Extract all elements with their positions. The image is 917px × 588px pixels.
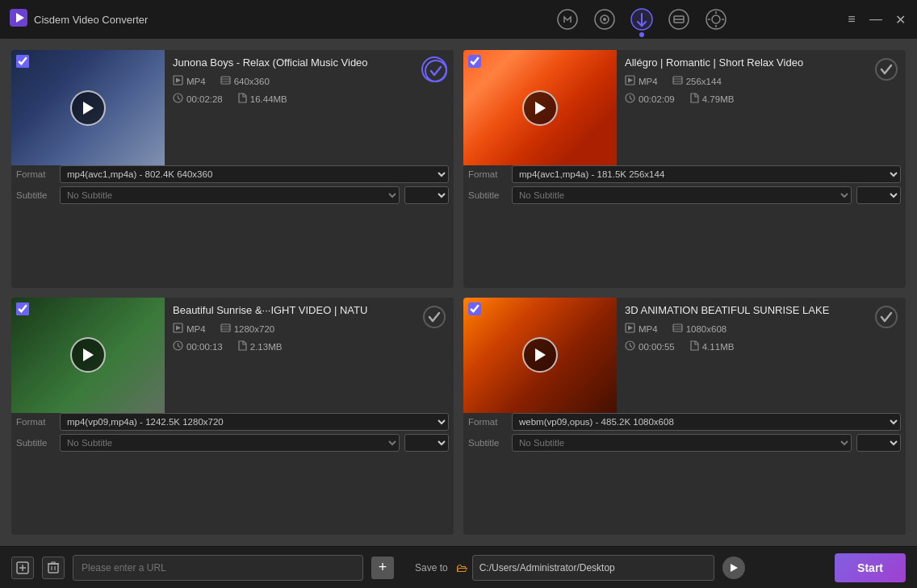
card-meta-v2: MP4 256x144	[625, 75, 898, 88]
format-label-v4: Format	[468, 417, 507, 427]
nav-compress-icon[interactable]	[666, 6, 692, 32]
svg-rect-50	[673, 324, 682, 332]
url-add-button[interactable]: +	[371, 557, 394, 579]
bottombar: + Save to 🗁 Start	[0, 546, 917, 588]
subtitle-lang-select-v1[interactable]	[404, 186, 449, 204]
video-checkbox-v1[interactable]	[16, 55, 29, 68]
save-path-input[interactable]	[472, 555, 714, 581]
video-checkbox-v3[interactable]	[16, 302, 29, 315]
format-type-v4: MP4	[625, 323, 658, 336]
card-meta2-v4: 00:00:55 4.11MB	[625, 340, 898, 353]
card-meta-v1: MP4 640x360	[173, 75, 446, 88]
card-meta-v4: MP4 1080x608	[625, 323, 898, 336]
format-label-v1: Format	[16, 169, 55, 179]
video-title-v4: 3D ANIMATION BEATIFUL SUNRISE LAKE	[625, 304, 859, 316]
svg-point-26	[425, 60, 446, 81]
start-button[interactable]: Start	[835, 553, 906, 582]
open-folder-button[interactable]	[722, 557, 745, 579]
video-type-icon-v2	[625, 75, 635, 88]
nav-download-icon[interactable]	[629, 6, 655, 32]
done-check-v2[interactable]	[873, 56, 899, 82]
subtitle-row-v3: Subtitle No Subtitle	[11, 434, 454, 455]
svg-marker-49	[628, 325, 633, 330]
play-button-v4[interactable]	[522, 337, 558, 373]
subtitle-select-v3[interactable]: No Subtitle	[60, 434, 400, 452]
done-check-v4[interactable]	[873, 304, 899, 330]
subtitle-lang-select-v3[interactable]	[404, 434, 449, 452]
nav-convert-icon[interactable]	[555, 6, 580, 32]
format-select-v1[interactable]: mp4(avc1,mp4a) - 802.4K 640x360	[60, 165, 449, 183]
resolution-icon-v2	[672, 75, 683, 88]
play-button-v2[interactable]	[522, 90, 558, 126]
format-type-v1: MP4	[173, 75, 206, 88]
video-title-v3: Beautiful Sunrise &···IGHT VIDEO | NATU	[173, 304, 407, 316]
minimize-button[interactable]: —	[869, 12, 883, 27]
svg-point-46	[424, 307, 445, 327]
saveto-path-container: 🗁	[456, 555, 714, 581]
nav-screen-record-icon[interactable]	[592, 6, 618, 32]
play-button-v1[interactable]	[70, 90, 106, 126]
format-row-v3: Format mp4(vp09,mp4a) - 1242.5K 1280x720	[11, 413, 454, 434]
video-type-icon-v3	[173, 323, 183, 336]
format-row-v2: Format mp4(avc1,mp4a) - 181.5K 256x144	[463, 165, 906, 186]
duration-v1: 00:02:28	[173, 93, 223, 106]
format-type-label-v1: MP4	[186, 77, 206, 86]
play-button-v3[interactable]	[70, 337, 106, 373]
format-select-v3[interactable]: mp4(vp09,mp4a) - 1242.5K 1280x720	[60, 413, 449, 431]
svg-marker-39	[176, 325, 181, 330]
subtitle-label-v1: Subtitle	[16, 190, 55, 200]
subtitle-select-v4[interactable]: No Subtitle	[512, 434, 852, 452]
card-info-v2: Allégro | Romantic | Short Relax Video M…	[617, 50, 906, 165]
delete-button[interactable]	[42, 557, 65, 579]
video-card-v4: 3D ANIMATION BEATIFUL SUNRISE LAKE MP4	[463, 298, 906, 536]
duration-icon-v3	[173, 340, 183, 353]
duration-label-v4: 00:00:55	[639, 342, 675, 352]
card-top-v3: Beautiful Sunrise &···IGHT VIDEO | NATU …	[11, 298, 454, 413]
thumbnail-v4	[463, 298, 617, 413]
subtitle-lang-select-v2[interactable]	[856, 186, 901, 204]
format-label-v3: Format	[16, 417, 55, 427]
window-controls: ≡ — ✕	[844, 12, 907, 27]
close-button[interactable]: ✕	[893, 12, 907, 27]
card-info-v1: Junona Boys - Relax (Official Music Vide…	[165, 50, 454, 165]
resolution-v3: 1280x720	[220, 323, 275, 336]
nav-edit-icon[interactable]	[703, 6, 729, 32]
thumbnail-v2	[463, 50, 617, 165]
resolution-icon-v4	[672, 323, 683, 336]
menu-button[interactable]: ≡	[844, 12, 859, 27]
svg-point-5	[603, 18, 606, 21]
svg-line-45	[178, 345, 181, 347]
done-check-v3[interactable]	[421, 304, 447, 330]
resolution-label-v4: 1080x608	[686, 324, 727, 334]
format-select-v2[interactable]: mp4(avc1,mp4a) - 181.5K 256x144	[512, 165, 901, 183]
filesize-icon-v4	[689, 340, 699, 353]
add-file-button[interactable]	[11, 557, 34, 579]
subtitle-select-v2[interactable]: No Subtitle	[512, 186, 852, 204]
resolution-icon-v3	[220, 323, 231, 336]
format-select-v4[interactable]: webm(vp09,opus) - 485.2K 1080x608	[512, 413, 901, 431]
filesize-icon-v2	[689, 93, 699, 106]
svg-point-12	[712, 15, 720, 23]
card-meta2-v3: 00:00:13 2.13MB	[173, 340, 446, 353]
subtitle-label-v2: Subtitle	[468, 190, 507, 200]
video-checkbox-v4[interactable]	[468, 302, 481, 315]
url-input[interactable]	[73, 555, 363, 581]
subtitle-lang-select-v4[interactable]	[856, 434, 901, 452]
subtitle-label-v4: Subtitle	[468, 438, 507, 448]
video-checkbox-v2[interactable]	[468, 55, 481, 68]
subtitle-select-v1[interactable]: No Subtitle	[60, 186, 400, 204]
format-type-label-v3: MP4	[186, 324, 206, 334]
filesize-label-v2: 4.79MB	[702, 94, 735, 104]
video-card-v2: Allégro | Romantic | Short Relax Video M…	[463, 50, 906, 288]
format-type-label-v2: MP4	[639, 77, 658, 86]
format-type-label-v4: MP4	[639, 324, 658, 334]
svg-rect-20	[221, 77, 230, 84]
filesize-v1: 16.44MB	[237, 93, 287, 106]
svg-rect-40	[221, 324, 230, 332]
done-check-v1[interactable]	[421, 56, 447, 82]
main-content: Junona Boys - Relax (Official Music Vide…	[0, 39, 917, 546]
format-label-v2: Format	[468, 169, 507, 179]
subtitle-row-v1: Subtitle No Subtitle	[11, 186, 454, 207]
format-row-v4: Format webm(vp09,opus) - 485.2K 1080x608	[463, 413, 906, 434]
duration-icon-v2	[625, 93, 635, 106]
